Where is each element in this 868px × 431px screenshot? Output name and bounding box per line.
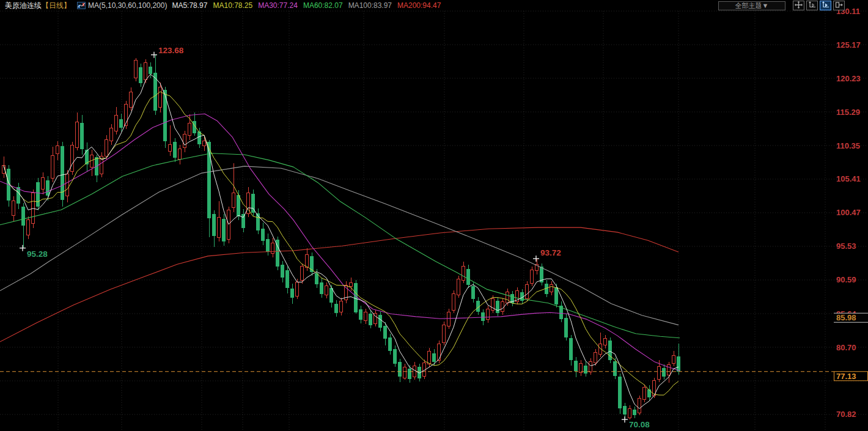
pan-icon bbox=[795, 1, 803, 10]
y-tick-label: 110.35 bbox=[836, 141, 860, 150]
ma-line-ma5 bbox=[4, 75, 679, 409]
ma-value-label: MA5:78.97 bbox=[172, 1, 207, 10]
theme-dropdown-label: 全部主题▼ bbox=[735, 1, 769, 10]
axis-auto-icon bbox=[822, 1, 829, 10]
annotation-label: 93.72 bbox=[540, 248, 561, 257]
chart-type-icon[interactable] bbox=[77, 2, 86, 9]
shift-right-button[interactable] bbox=[833, 1, 845, 10]
y-tick-label: 125.17 bbox=[836, 40, 861, 50]
y-tick-label: 95.53 bbox=[836, 241, 856, 251]
shift-right-icon bbox=[835, 1, 843, 10]
period-tag: 【日线】 bbox=[42, 1, 71, 11]
axis-scale-button[interactable] bbox=[806, 1, 818, 10]
annotation-label: 95.28 bbox=[27, 249, 48, 259]
ma-values-group: MA5:78.97MA10:78.25MA30:77.24MA60:82.07M… bbox=[172, 1, 446, 10]
grid-lines bbox=[0, 11, 868, 431]
ma-value-label: MA60:82.07 bbox=[303, 1, 343, 10]
ma-value-label: MA30:77.24 bbox=[258, 1, 298, 10]
header-left: 美原油连续 【日线】 MA(5,10,30,60,100,200) MA5:78… bbox=[0, 1, 446, 11]
ma-line-ma10 bbox=[4, 92, 679, 395]
ma-config-label: MA(5,10,30,60,100,200) bbox=[88, 1, 167, 10]
axis-scale-icon bbox=[808, 1, 816, 10]
annotations: 123.6895.2893.7270.08 bbox=[20, 46, 650, 430]
y-tick-label: 105.41 bbox=[836, 174, 861, 183]
y-tick-label: 70.82 bbox=[836, 410, 856, 419]
pan-tool-button[interactable] bbox=[793, 1, 804, 10]
y-tick-label: 100.47 bbox=[836, 208, 861, 217]
secondary-price-box: 85.98 bbox=[834, 313, 868, 322]
secondary-price-label: 85.98 bbox=[836, 313, 856, 322]
current-price-box: 77.13 bbox=[834, 372, 868, 381]
ma-line-ma30 bbox=[0, 114, 680, 370]
y-tick-label: 120.23 bbox=[836, 74, 861, 83]
y-tick-label: 80.70 bbox=[836, 343, 856, 352]
y-tick-label: 90.59 bbox=[836, 275, 856, 284]
candles-layer bbox=[2, 55, 680, 420]
ma-value-label: MA10:78.25 bbox=[213, 1, 252, 10]
symbol-title: 美原油连续 bbox=[5, 1, 42, 11]
ma-lines bbox=[0, 75, 680, 409]
current-price-label: 77.13 bbox=[836, 372, 856, 381]
y-axis-labels: 130.11125.17120.23115.29110.35105.41100.… bbox=[836, 7, 861, 419]
annotation-label: 123.68 bbox=[158, 46, 184, 55]
chart-header: 美原油连续 【日线】 MA(5,10,30,60,100,200) MA5:78… bbox=[0, 0, 868, 11]
ma-value-label: MA100:83.97 bbox=[348, 1, 392, 10]
candlestick-chart[interactable]: 123.6895.2893.7270.08130.11125.17120.231… bbox=[0, 0, 868, 431]
theme-dropdown[interactable]: 全部主题▼ bbox=[718, 1, 785, 10]
y-tick-label: 115.29 bbox=[836, 108, 860, 117]
ma-value-label: MA200:94.47 bbox=[397, 1, 441, 10]
axis-auto-button[interactable] bbox=[820, 1, 831, 10]
header-toolbar: 全部主题▼ bbox=[718, 1, 845, 10]
annotation-label: 70.08 bbox=[629, 420, 650, 429]
